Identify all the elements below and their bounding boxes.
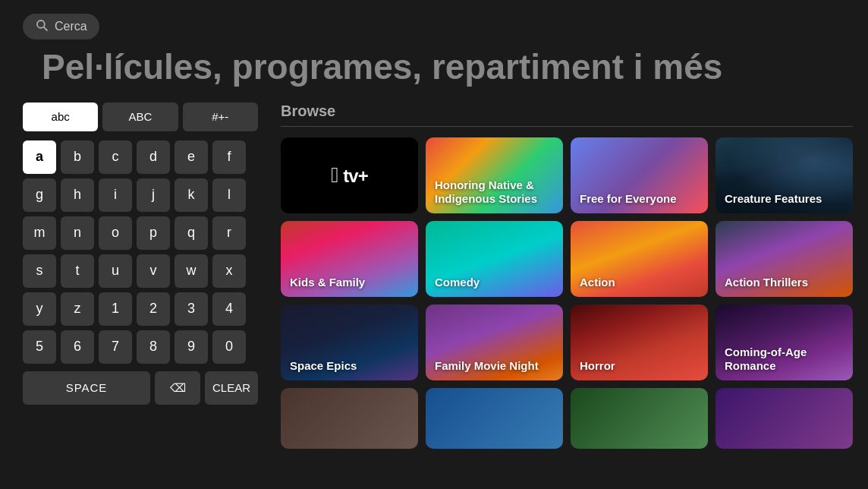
key-0[interactable]: 0	[212, 330, 246, 364]
space-button[interactable]: SPACE	[23, 371, 150, 405]
key-z[interactable]: z	[61, 292, 94, 326]
key-q[interactable]: q	[175, 216, 208, 250]
key-c[interactable]: c	[99, 140, 132, 174]
key-g[interactable]: g	[23, 178, 56, 212]
clear-button[interactable]: CLEAR	[205, 371, 258, 405]
key-bottom-row: SPACE ⌫ CLEAR	[23, 371, 258, 405]
tile-action-label: Action	[580, 276, 615, 289]
tile-comedy-label: Comedy	[435, 276, 480, 289]
mode-btn-symbols[interactable]: #+-	[183, 103, 258, 131]
key-row-6: 5 6 7 8 9 0	[23, 330, 258, 364]
top-bar: Cerca	[0, 0, 868, 47]
tile-creature[interactable]: Creature Features	[715, 137, 853, 213]
delete-icon: ⌫	[170, 381, 186, 395]
tile-free-label: Free for Everyone	[580, 192, 677, 206]
key-row-1: a b c d e f	[23, 140, 258, 174]
keyboard-mode-row: abc ABC #+-	[23, 103, 258, 131]
key-n[interactable]: n	[61, 216, 94, 250]
key-6[interactable]: 6	[61, 330, 94, 364]
key-r[interactable]: r	[212, 216, 246, 250]
key-w[interactable]: w	[175, 254, 208, 288]
key-2[interactable]: 2	[137, 292, 170, 326]
svg-point-0	[37, 21, 45, 28]
tile-creature-label: Creature Features	[725, 192, 822, 206]
appletv-logo:  tv+	[331, 163, 367, 188]
tile-family-movie-label: Family Movie Night	[435, 359, 539, 373]
key-5[interactable]: 5	[23, 330, 56, 364]
key-b[interactable]: b	[61, 140, 94, 174]
browse-panel: Browse  tv+ Honoring Native & Indigenou…	[258, 103, 868, 456]
page-title: Pel·lícules, programes, repartiment i mé…	[0, 47, 868, 103]
key-k[interactable]: k	[175, 178, 208, 212]
tile-honoring[interactable]: Honoring Native & Indigenous Stories	[426, 137, 563, 213]
key-m[interactable]: m	[23, 216, 56, 250]
tile-free[interactable]: Free for Everyone	[571, 137, 708, 213]
tile-comedy[interactable]: Comedy	[426, 221, 563, 297]
browse-row-3: Space Epics Family Movie Night Horror Co…	[281, 304, 853, 380]
browse-row-4	[281, 388, 853, 449]
key-7[interactable]: 7	[99, 330, 132, 364]
key-row-2: g h i j k l	[23, 178, 258, 212]
tile-partial-3[interactable]	[571, 388, 708, 449]
key-row-4: s t u v w x	[23, 254, 258, 288]
tile-coming[interactable]: Coming-of-Age Romance	[715, 304, 853, 380]
key-y[interactable]: y	[23, 292, 56, 326]
keys-grid: a b c d e f g h i j k l m n o p	[23, 140, 258, 405]
key-p[interactable]: p	[137, 216, 170, 250]
key-1[interactable]: 1	[99, 292, 132, 326]
key-j[interactable]: j	[137, 178, 170, 212]
key-u[interactable]: u	[99, 254, 132, 288]
svg-line-1	[44, 27, 48, 31]
search-label: Cerca	[55, 20, 87, 33]
tile-honoring-label: Honoring Native & Indigenous Stories	[435, 178, 563, 206]
tile-space[interactable]: Space Epics	[281, 304, 418, 380]
key-3[interactable]: 3	[175, 292, 208, 326]
browse-title: Browse	[281, 103, 853, 127]
key-d[interactable]: d	[137, 140, 170, 174]
key-f[interactable]: f	[212, 140, 246, 174]
tile-coming-label: Coming-of-Age Romance	[725, 345, 853, 373]
tile-horror-label: Horror	[580, 359, 615, 373]
keyboard-panel: abc ABC #+- a b c d e f g h i j k l	[23, 103, 258, 456]
delete-button[interactable]: ⌫	[155, 371, 200, 405]
key-x[interactable]: x	[212, 254, 246, 288]
tile-family-movie[interactable]: Family Movie Night	[426, 304, 563, 380]
key-h[interactable]: h	[61, 178, 94, 212]
search-icon	[35, 18, 49, 35]
key-8[interactable]: 8	[137, 330, 170, 364]
tile-appletv[interactable]:  tv+	[281, 137, 418, 213]
key-9[interactable]: 9	[175, 330, 208, 364]
tile-partial-2[interactable]	[426, 388, 563, 449]
tile-kids-label: Kids & Family	[290, 276, 365, 289]
tile-action-thrillers[interactable]: Action Thrillers	[715, 221, 853, 297]
key-a[interactable]: a	[23, 140, 56, 174]
tile-action[interactable]: Action	[571, 221, 708, 297]
key-i[interactable]: i	[99, 178, 132, 212]
browse-row-2: Kids & Family Comedy Action Action Thril…	[281, 221, 853, 297]
key-e[interactable]: e	[175, 140, 208, 174]
tile-space-label: Space Epics	[290, 359, 357, 373]
key-4[interactable]: 4	[212, 292, 246, 326]
key-t[interactable]: t	[61, 254, 94, 288]
key-l[interactable]: l	[212, 178, 246, 212]
key-row-3: m n o p q r	[23, 216, 258, 250]
browse-row-1:  tv+ Honoring Native & Indigenous Stori…	[281, 137, 853, 213]
key-o[interactable]: o	[99, 216, 132, 250]
tile-partial-1[interactable]	[281, 388, 418, 449]
mode-btn-ABC[interactable]: ABC	[102, 103, 178, 131]
content-area: abc ABC #+- a b c d e f g h i j k l	[0, 103, 868, 456]
mode-btn-abc[interactable]: abc	[23, 103, 98, 131]
tile-horror[interactable]: Horror	[571, 304, 708, 380]
tile-kids[interactable]: Kids & Family	[281, 221, 418, 297]
tile-action-thrillers-label: Action Thrillers	[725, 276, 808, 289]
key-s[interactable]: s	[23, 254, 56, 288]
search-pill[interactable]: Cerca	[23, 14, 99, 39]
key-row-5: y z 1 2 3 4	[23, 292, 258, 326]
tile-partial-4[interactable]	[715, 388, 853, 449]
key-v[interactable]: v	[137, 254, 170, 288]
